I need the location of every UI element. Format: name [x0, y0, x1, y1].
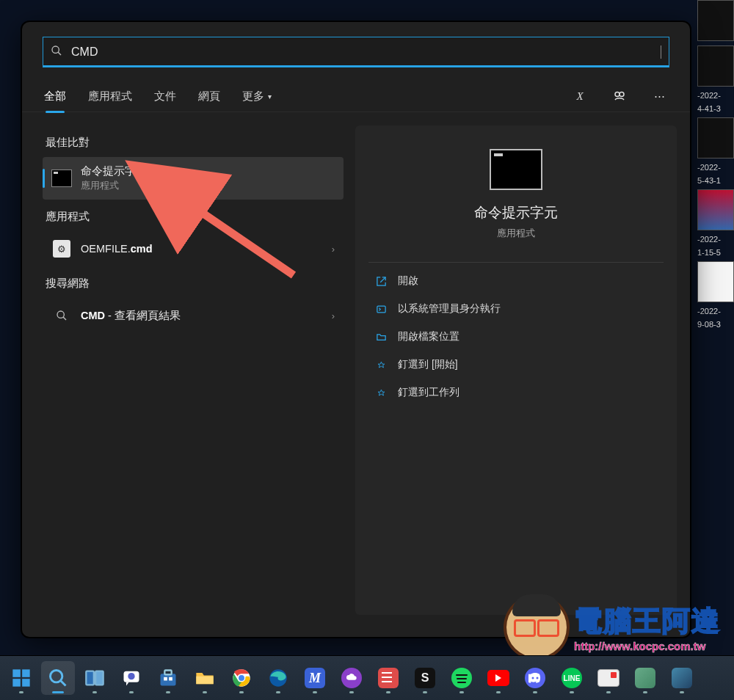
- result-title: OEMFILE.cmd: [81, 243, 153, 255]
- filter-tab-apps[interactable]: 應用程式: [87, 85, 134, 108]
- chevron-down-icon: ▾: [268, 92, 272, 101]
- watermark-text: 電腦王阿達: [574, 602, 721, 640]
- svg-rect-20: [164, 677, 167, 681]
- desktop-thumb[interactable]: [697, 45, 734, 87]
- gear-file-icon: ⚙: [51, 238, 72, 259]
- result-texts: 命令提示字元 應用程式: [81, 164, 147, 192]
- action-label: 以系統管理員身分執行: [398, 302, 501, 316]
- cmd-app-icon-large: [490, 149, 542, 190]
- text-cursor: [661, 45, 661, 59]
- svg-point-3: [619, 92, 624, 96]
- desktop-icons-strip: -2022- 4-41-3 -2022- 5-43-1 -2022- 1-15-…: [697, 0, 734, 653]
- watermark-avatar: [506, 597, 567, 657]
- taskbar-line-button[interactable]: LINE: [555, 661, 589, 695]
- action-label: 釘選到工作列: [398, 386, 459, 399]
- preview-subtitle: 應用程式: [368, 227, 664, 240]
- pin-icon: [374, 387, 388, 398]
- filter-more-label: 更多: [242, 90, 264, 103]
- svg-rect-15: [95, 671, 103, 685]
- desktop-thumb[interactable]: [697, 0, 734, 41]
- svg-rect-8: [12, 669, 20, 677]
- taskbar-store-button[interactable]: [151, 661, 185, 695]
- action-open-location[interactable]: 開啟檔案位置: [368, 323, 664, 351]
- taskbar-spotify-button[interactable]: [445, 661, 479, 695]
- desktop-thumb-label: 1-15-5: [697, 248, 734, 257]
- taskbar-todoist-button[interactable]: [371, 661, 405, 695]
- taskbar-chat-button[interactable]: [115, 661, 148, 695]
- desktop-thumb[interactable]: [697, 261, 734, 302]
- svg-rect-10: [12, 679, 20, 687]
- pin-icon: [374, 360, 388, 371]
- taskbar-discord-button[interactable]: [518, 661, 552, 695]
- taskbar-app-button[interactable]: [665, 661, 699, 695]
- action-pin-taskbar[interactable]: 釘選到工作列: [368, 379, 664, 406]
- svg-line-5: [63, 317, 66, 320]
- section-best-match: 最佳比對: [46, 136, 344, 150]
- taskbar-edge-button[interactable]: [261, 661, 295, 695]
- preview-title: 命令提示字元: [368, 203, 664, 222]
- svg-rect-22: [196, 677, 213, 685]
- annotation-arrow: [176, 191, 308, 289]
- action-open[interactable]: 開啟: [368, 267, 664, 295]
- desktop-thumb-label: 9-08-3: [697, 320, 734, 329]
- result-title: 命令提示字元: [81, 164, 147, 178]
- taskbar-taskview-button[interactable]: [78, 661, 112, 695]
- taskbar-cloud-app-button[interactable]: [335, 661, 368, 695]
- svg-rect-9: [22, 669, 29, 677]
- filter-tab-more[interactable]: 更多 ▾: [241, 85, 273, 108]
- svg-line-7: [185, 201, 294, 275]
- svg-rect-11: [22, 679, 29, 687]
- taskbar-search-button[interactable]: [41, 661, 75, 695]
- search-box-wrap: [22, 22, 690, 76]
- svg-point-17: [128, 673, 134, 679]
- svg-point-12: [51, 671, 62, 682]
- filter-tab-all[interactable]: 全部: [43, 85, 68, 108]
- svg-rect-19: [164, 671, 171, 675]
- svg-point-0: [52, 46, 59, 53]
- action-pin-start[interactable]: 釘選到 [開始]: [368, 351, 664, 379]
- svg-rect-18: [161, 674, 176, 685]
- cortana-icon[interactable]: [609, 89, 630, 104]
- taskbar-recorder-button[interactable]: [592, 661, 625, 695]
- search-input[interactable]: [70, 45, 656, 59]
- svg-rect-14: [86, 671, 94, 685]
- cmd-app-icon: [51, 168, 72, 189]
- taskbar-s-app-button[interactable]: S: [408, 661, 442, 695]
- desktop-thumb[interactable]: [697, 117, 734, 158]
- watermark: 電腦王阿達 http://www.kocpc.com.tw: [506, 597, 721, 657]
- divider: [368, 262, 664, 263]
- folder-icon: [374, 332, 388, 343]
- taskbar-start-button[interactable]: [4, 661, 38, 695]
- svg-line-13: [61, 681, 66, 686]
- chevron-right-icon: ›: [332, 310, 335, 321]
- filter-tab-web[interactable]: 網頁: [197, 85, 222, 108]
- taskbar-chrome-button[interactable]: [225, 661, 258, 695]
- desktop-thumb[interactable]: [697, 189, 734, 230]
- desktop: -2022- 4-41-3 -2022- 5-43-1 -2022- 1-15-…: [0, 0, 734, 700]
- close-x-button[interactable]: X: [570, 90, 590, 103]
- taskbar-explorer-button[interactable]: [188, 661, 222, 695]
- taskbar-m-app-button[interactable]: M: [298, 661, 332, 695]
- shield-icon: [374, 304, 388, 315]
- taskbar-app-button[interactable]: [628, 661, 662, 695]
- open-icon: [374, 276, 388, 287]
- more-options-button[interactable]: ⋯: [649, 90, 669, 103]
- result-web-item[interactable]: CMD - 查看網頁結果 ›: [43, 298, 344, 333]
- panel-body: 最佳比對 命令提示字元 應用程式 應用程式 ⚙: [22, 112, 690, 628]
- action-run-as-admin[interactable]: 以系統管理員身分執行: [368, 295, 664, 323]
- svg-point-4: [57, 311, 64, 318]
- filter-tab-docs[interactable]: 文件: [153, 85, 178, 108]
- taskbar-youtube-button[interactable]: [482, 661, 515, 695]
- desktop-thumb-label: -2022-: [697, 235, 734, 244]
- search-icon: [51, 305, 72, 326]
- svg-line-1: [58, 52, 61, 55]
- action-label: 釘選到 [開始]: [398, 358, 458, 371]
- search-box[interactable]: [43, 37, 669, 68]
- taskbar: M S: [0, 655, 734, 700]
- action-label: 開啟檔案位置: [398, 330, 459, 343]
- result-title: CMD - 查看網頁結果: [81, 309, 181, 323]
- svg-rect-21: [169, 677, 172, 681]
- desktop-thumb-label: 5-43-1: [697, 176, 734, 185]
- svg-rect-6: [377, 306, 385, 313]
- watermark-url: http://www.kocpc.com.tw: [574, 640, 721, 652]
